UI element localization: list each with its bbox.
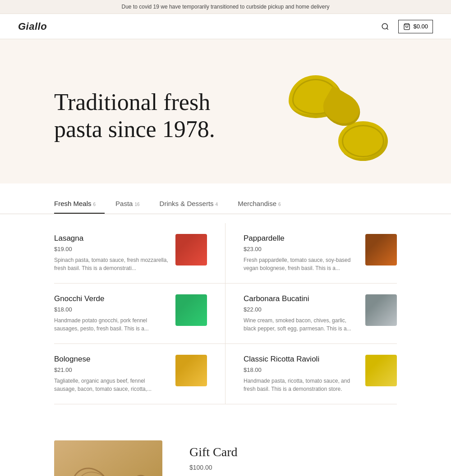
- product-image: [365, 355, 397, 386]
- product-item[interactable]: Bolognese $21.00 Tagliatelle, organic an…: [54, 344, 226, 404]
- gift-card-price: $100.00: [189, 464, 397, 471]
- gift-card-title: Gift Card: [189, 445, 397, 459]
- tab-merchandise[interactable]: Merchandise 6: [238, 192, 290, 214]
- tab-count-drinks: 4: [216, 202, 218, 207]
- product-price: $21.00: [54, 366, 168, 373]
- product-name: Carbonara Bucatini: [244, 294, 358, 303]
- product-image: [175, 234, 207, 265]
- product-name: Gnocchi Verde: [54, 294, 168, 303]
- tabs-section: Fresh Meals 6 Pasta 16 Drinks & Desserts…: [0, 192, 451, 214]
- gift-squiggle-icon: [63, 454, 153, 476]
- tab-pasta[interactable]: Pasta 16: [115, 192, 148, 214]
- tab-count-merchandise: 6: [278, 202, 281, 207]
- tab-count-fresh-meals: 6: [93, 202, 96, 207]
- cart-amount: $0.00: [413, 23, 428, 30]
- product-info: Gnocchi Verde $18.00 Handmade potato gno…: [54, 294, 168, 333]
- tab-count-pasta: 16: [134, 202, 139, 207]
- product-name: Pappardelle: [244, 234, 358, 243]
- product-info: Carbonara Bucatini $22.00 Wine cream, sm…: [244, 294, 358, 333]
- product-image: [175, 355, 207, 386]
- product-item[interactable]: Classic Ricotta Ravioli $18.00 Handmade …: [226, 344, 397, 404]
- product-description: Handmade potato gnocchi, pork fennel sau…: [54, 316, 168, 333]
- tab-label-drinks: Drinks & Desserts: [160, 200, 214, 207]
- search-button[interactable]: [379, 21, 391, 32]
- product-name: Bolognese: [54, 355, 168, 364]
- gift-card-info: Gift Card $100.00 ADD TO CART Gift card …: [189, 440, 397, 476]
- banner-text: Due to covid 19 we have temporarily tran…: [122, 4, 330, 10]
- product-price: $19.00: [54, 246, 168, 252]
- hero-section: Traditional fresh pasta since 1978.: [0, 39, 451, 183]
- cart-icon: [403, 23, 410, 30]
- tab-label-pasta: Pasta: [115, 200, 133, 207]
- svg-point-0: [382, 23, 388, 29]
- product-image: [365, 234, 397, 265]
- hero-image: [271, 66, 397, 165]
- hero-headline: Traditional fresh pasta since 1978.: [54, 89, 244, 143]
- product-info: Lasagna $19.00 Spinach pasta, tomato sau…: [54, 234, 168, 272]
- product-name: Classic Ricotta Ravioli: [244, 355, 358, 364]
- products-section: Lasagna $19.00 Spinach pasta, tomato sau…: [0, 214, 451, 422]
- product-image: [175, 294, 207, 326]
- product-item[interactable]: Lasagna $19.00 Spinach pasta, tomato sau…: [54, 223, 226, 284]
- svg-line-1: [387, 28, 388, 29]
- site-header: Giallo $0.00: [0, 14, 451, 39]
- product-description: Wine cream, smoked bacon, chives, garlic…: [244, 316, 358, 333]
- product-info: Classic Ricotta Ravioli $18.00 Handmade …: [244, 355, 358, 393]
- gift-card-section: Giallo Gift Card $100.00 ADD TO CART Gif…: [0, 422, 451, 476]
- products-grid: Lasagna $19.00 Spinach pasta, tomato sau…: [54, 223, 397, 404]
- product-description: Tagliatelle, organic angus beef, fennel …: [54, 377, 168, 393]
- cart-button[interactable]: $0.00: [398, 20, 433, 33]
- header-actions: $0.00: [379, 20, 433, 33]
- search-icon: [381, 23, 389, 31]
- product-name: Lasagna: [54, 234, 168, 243]
- tabs: Fresh Meals 6 Pasta 16 Drinks & Desserts…: [54, 192, 397, 214]
- product-info: Bolognese $21.00 Tagliatelle, organic an…: [54, 355, 168, 393]
- announcement-banner: Due to covid 19 we have temporarily tran…: [0, 0, 451, 14]
- gift-card-image: Giallo: [54, 440, 162, 476]
- tab-drinks-desserts[interactable]: Drinks & Desserts 4: [160, 192, 227, 214]
- pasta-shape-2: [338, 121, 388, 161]
- tab-fresh-meals[interactable]: Fresh Meals 6: [54, 192, 105, 214]
- site-logo[interactable]: Giallo: [18, 21, 47, 32]
- product-info: Pappardelle $23.00 Fresh pappardelle, to…: [244, 234, 358, 272]
- product-price: $23.00: [244, 246, 358, 252]
- tab-label-fresh-meals: Fresh Meals: [54, 200, 92, 207]
- product-description: Handmade pasta, ricotta, tomato sauce, a…: [244, 377, 358, 393]
- product-item[interactable]: Pappardelle $23.00 Fresh pappardelle, to…: [226, 223, 397, 284]
- product-description: Spinach pasta, tomato sauce, fresh mozza…: [54, 256, 168, 272]
- product-price: $18.00: [54, 306, 168, 313]
- product-item[interactable]: Gnocchi Verde $18.00 Handmade potato gno…: [54, 284, 226, 344]
- product-description: Fresh pappardelle, tomato sauce, soy-bas…: [244, 256, 358, 272]
- product-image: [365, 294, 397, 326]
- product-price: $22.00: [244, 306, 358, 313]
- tab-label-merchandise: Merchandise: [238, 200, 276, 207]
- product-price: $18.00: [244, 366, 358, 373]
- product-item[interactable]: Carbonara Bucatini $22.00 Wine cream, sm…: [226, 284, 397, 344]
- hero-text: Traditional fresh pasta since 1978.: [54, 89, 244, 143]
